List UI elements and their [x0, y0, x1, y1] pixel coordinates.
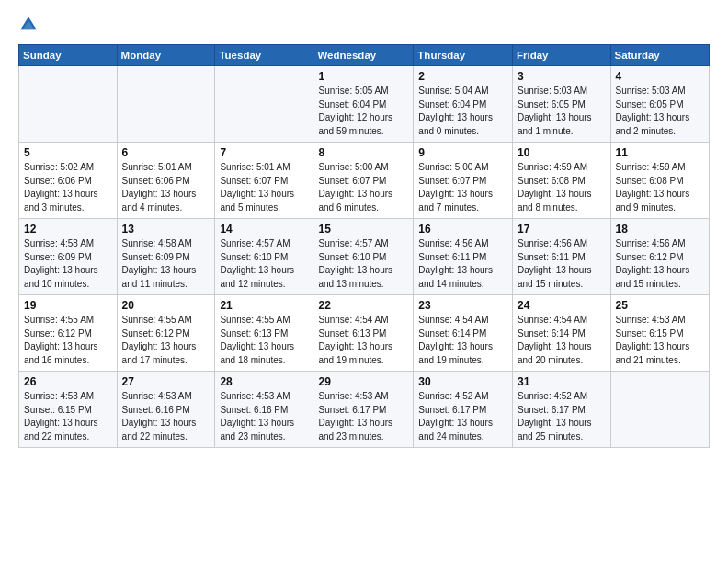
day-info: Sunrise: 4:52 AMSunset: 6:17 PMDaylight:…	[418, 390, 507, 443]
day-number: 8	[318, 146, 408, 159]
day-number: 6	[122, 146, 210, 159]
calendar-cell: 19Sunrise: 4:55 AMSunset: 6:12 PMDayligh…	[19, 295, 118, 372]
day-number: 9	[418, 146, 507, 159]
day-number: 3	[518, 70, 606, 83]
calendar-cell: 17Sunrise: 4:56 AMSunset: 6:11 PMDayligh…	[513, 219, 611, 295]
calendar-week-2: 5Sunrise: 5:02 AMSunset: 6:06 PMDaylight…	[19, 143, 710, 219]
day-info: Sunrise: 4:56 AMSunset: 6:12 PMDaylight:…	[616, 237, 704, 291]
calendar-cell: 29Sunrise: 4:53 AMSunset: 6:17 PMDayligh…	[313, 372, 414, 448]
weekday-header-tuesday: Tuesday	[215, 45, 313, 66]
calendar-cell	[117, 66, 215, 143]
calendar-cell: 14Sunrise: 4:57 AMSunset: 6:10 PMDayligh…	[215, 219, 313, 295]
calendar-cell: 16Sunrise: 4:56 AMSunset: 6:11 PMDayligh…	[414, 219, 513, 295]
calendar-cell: 25Sunrise: 4:53 AMSunset: 6:15 PMDayligh…	[610, 295, 709, 372]
day-info: Sunrise: 5:02 AMSunset: 6:06 PMDaylight:…	[24, 161, 112, 214]
day-info: Sunrise: 4:54 AMSunset: 6:14 PMDaylight:…	[518, 314, 606, 367]
calendar-cell: 13Sunrise: 4:58 AMSunset: 6:09 PMDayligh…	[117, 219, 215, 295]
day-info: Sunrise: 4:55 AMSunset: 6:12 PMDaylight:…	[24, 314, 112, 367]
logo	[18, 15, 42, 35]
calendar-cell: 11Sunrise: 4:59 AMSunset: 6:08 PMDayligh…	[610, 143, 709, 219]
weekday-header-row: SundayMondayTuesdayWednesdayThursdayFrid…	[19, 45, 710, 66]
day-info: Sunrise: 4:57 AMSunset: 6:10 PMDaylight:…	[220, 237, 308, 291]
day-number: 10	[518, 146, 606, 159]
day-number: 26	[24, 375, 112, 388]
header	[18, 15, 710, 35]
day-number: 14	[220, 223, 308, 236]
day-info: Sunrise: 4:53 AMSunset: 6:16 PMDaylight:…	[220, 390, 308, 443]
calendar-cell: 28Sunrise: 4:53 AMSunset: 6:16 PMDayligh…	[215, 372, 313, 448]
day-info: Sunrise: 4:54 AMSunset: 6:14 PMDaylight:…	[418, 314, 507, 367]
day-info: Sunrise: 5:00 AMSunset: 6:07 PMDaylight:…	[318, 161, 408, 214]
calendar-cell: 10Sunrise: 4:59 AMSunset: 6:08 PMDayligh…	[513, 143, 611, 219]
calendar-cell: 15Sunrise: 4:57 AMSunset: 6:10 PMDayligh…	[313, 219, 414, 295]
calendar-cell: 6Sunrise: 5:01 AMSunset: 6:06 PMDaylight…	[117, 143, 215, 219]
logo-icon	[18, 15, 39, 35]
day-info: Sunrise: 4:59 AMSunset: 6:08 PMDaylight:…	[616, 161, 704, 214]
weekday-header-monday: Monday	[117, 45, 215, 66]
day-info: Sunrise: 5:04 AMSunset: 6:04 PMDaylight:…	[418, 85, 507, 138]
weekday-header-thursday: Thursday	[414, 45, 513, 66]
day-number: 25	[616, 299, 704, 312]
calendar-cell: 24Sunrise: 4:54 AMSunset: 6:14 PMDayligh…	[513, 295, 611, 372]
calendar-cell: 23Sunrise: 4:54 AMSunset: 6:14 PMDayligh…	[414, 295, 513, 372]
weekday-header-friday: Friday	[513, 45, 611, 66]
day-number: 13	[122, 223, 210, 236]
day-number: 19	[24, 299, 112, 312]
day-number: 28	[220, 375, 308, 388]
calendar-cell: 18Sunrise: 4:56 AMSunset: 6:12 PMDayligh…	[610, 219, 709, 295]
day-number: 11	[616, 146, 704, 159]
day-info: Sunrise: 5:01 AMSunset: 6:06 PMDaylight:…	[122, 161, 210, 214]
day-info: Sunrise: 4:55 AMSunset: 6:12 PMDaylight:…	[122, 314, 210, 367]
day-info: Sunrise: 4:54 AMSunset: 6:13 PMDaylight:…	[318, 314, 408, 367]
page: SundayMondayTuesdayWednesdayThursdayFrid…	[0, 0, 728, 563]
calendar-cell: 2Sunrise: 5:04 AMSunset: 6:04 PMDaylight…	[414, 66, 513, 143]
day-info: Sunrise: 4:57 AMSunset: 6:10 PMDaylight:…	[318, 237, 408, 291]
calendar-cell: 5Sunrise: 5:02 AMSunset: 6:06 PMDaylight…	[19, 143, 118, 219]
calendar-week-1: 1Sunrise: 5:05 AMSunset: 6:04 PMDaylight…	[19, 66, 710, 143]
calendar-cell: 4Sunrise: 5:03 AMSunset: 6:05 PMDaylight…	[610, 66, 709, 143]
calendar-week-3: 12Sunrise: 4:58 AMSunset: 6:09 PMDayligh…	[19, 219, 710, 295]
day-info: Sunrise: 5:00 AMSunset: 6:07 PMDaylight:…	[418, 161, 507, 214]
day-number: 12	[24, 223, 112, 236]
day-number: 24	[518, 299, 606, 312]
day-info: Sunrise: 4:58 AMSunset: 6:09 PMDaylight:…	[122, 237, 210, 291]
day-info: Sunrise: 4:52 AMSunset: 6:17 PMDaylight:…	[518, 390, 606, 443]
day-number: 21	[220, 299, 308, 312]
weekday-header-wednesday: Wednesday	[313, 45, 414, 66]
day-info: Sunrise: 4:58 AMSunset: 6:09 PMDaylight:…	[24, 237, 112, 291]
calendar-cell: 31Sunrise: 4:52 AMSunset: 6:17 PMDayligh…	[513, 372, 611, 448]
calendar-week-4: 19Sunrise: 4:55 AMSunset: 6:12 PMDayligh…	[19, 295, 710, 372]
day-info: Sunrise: 4:59 AMSunset: 6:08 PMDaylight:…	[518, 161, 606, 214]
calendar-cell: 1Sunrise: 5:05 AMSunset: 6:04 PMDaylight…	[313, 66, 414, 143]
day-info: Sunrise: 5:03 AMSunset: 6:05 PMDaylight:…	[518, 85, 606, 138]
day-number: 30	[418, 375, 507, 388]
calendar-cell: 26Sunrise: 4:53 AMSunset: 6:15 PMDayligh…	[19, 372, 118, 448]
day-number: 31	[518, 375, 606, 388]
day-info: Sunrise: 4:55 AMSunset: 6:13 PMDaylight:…	[220, 314, 308, 367]
calendar-cell: 20Sunrise: 4:55 AMSunset: 6:12 PMDayligh…	[117, 295, 215, 372]
day-info: Sunrise: 4:53 AMSunset: 6:17 PMDaylight:…	[318, 390, 408, 443]
day-number: 4	[616, 70, 704, 83]
calendar-table: SundayMondayTuesdayWednesdayThursdayFrid…	[18, 44, 710, 448]
calendar-cell	[610, 372, 709, 448]
weekday-header-sunday: Sunday	[19, 45, 118, 66]
day-info: Sunrise: 5:03 AMSunset: 6:05 PMDaylight:…	[616, 85, 704, 138]
calendar-cell	[19, 66, 118, 143]
day-info: Sunrise: 4:53 AMSunset: 6:16 PMDaylight:…	[122, 390, 210, 443]
day-info: Sunrise: 4:53 AMSunset: 6:15 PMDaylight:…	[24, 390, 112, 443]
day-info: Sunrise: 5:05 AMSunset: 6:04 PMDaylight:…	[318, 85, 408, 138]
day-info: Sunrise: 4:53 AMSunset: 6:15 PMDaylight:…	[616, 314, 704, 367]
day-number: 27	[122, 375, 210, 388]
calendar-cell: 7Sunrise: 5:01 AMSunset: 6:07 PMDaylight…	[215, 143, 313, 219]
day-number: 23	[418, 299, 507, 312]
calendar-week-5: 26Sunrise: 4:53 AMSunset: 6:15 PMDayligh…	[19, 372, 710, 448]
day-info: Sunrise: 4:56 AMSunset: 6:11 PMDaylight:…	[418, 237, 507, 291]
day-number: 20	[122, 299, 210, 312]
calendar-cell: 22Sunrise: 4:54 AMSunset: 6:13 PMDayligh…	[313, 295, 414, 372]
day-number: 15	[318, 223, 408, 236]
calendar-cell: 9Sunrise: 5:00 AMSunset: 6:07 PMDaylight…	[414, 143, 513, 219]
calendar-cell: 27Sunrise: 4:53 AMSunset: 6:16 PMDayligh…	[117, 372, 215, 448]
day-number: 1	[318, 70, 408, 83]
calendar-cell: 21Sunrise: 4:55 AMSunset: 6:13 PMDayligh…	[215, 295, 313, 372]
calendar-cell: 12Sunrise: 4:58 AMSunset: 6:09 PMDayligh…	[19, 219, 118, 295]
